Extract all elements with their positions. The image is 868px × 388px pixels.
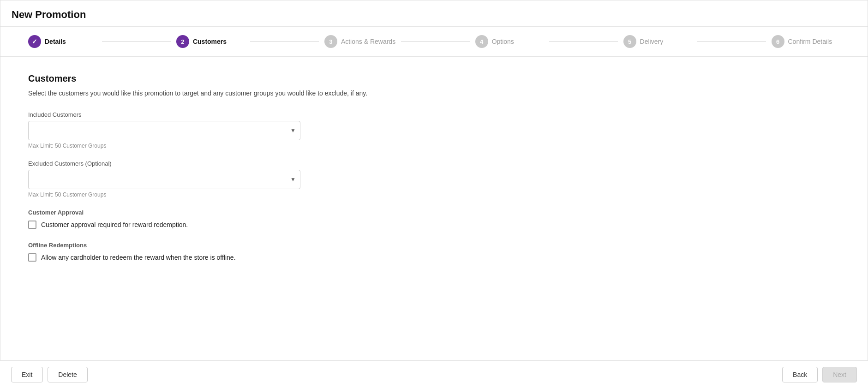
included-customers-group: Included Customers ▼ Max Limit: 50 Custo… <box>28 111 840 149</box>
excluded-customers-hint: Max Limit: 50 Customer Groups <box>28 191 840 198</box>
section-title: Customers <box>28 73 840 84</box>
stepper-bar: ✓ Details 2 Customers 3 Actions & Reward… <box>0 27 868 57</box>
step-circle-details: ✓ <box>28 35 41 48</box>
offline-redemptions-row: Allow any cardholder to redeem the rewar… <box>28 253 840 262</box>
step-customers: 2 Customers <box>176 35 245 48</box>
step-circle-customers: 2 <box>176 35 189 48</box>
step-circle-actions: 3 <box>324 35 337 48</box>
excluded-customers-group: Excluded Customers (Optional) ▼ Max Limi… <box>28 160 840 198</box>
included-customers-hint: Max Limit: 50 Customer Groups <box>28 143 840 149</box>
offline-redemptions-checkbox[interactable] <box>28 253 36 262</box>
page-header: New Promotion <box>0 0 868 27</box>
step-circle-delivery: 5 <box>623 35 636 48</box>
connector-4 <box>549 42 617 42</box>
next-button[interactable]: Next <box>822 367 857 382</box>
offline-redemptions-checkbox-label: Allow any cardholder to redeem the rewar… <box>41 254 236 261</box>
step-details: ✓ Details <box>28 35 96 48</box>
step-label-delivery: Delivery <box>640 38 664 45</box>
excluded-customers-select-wrapper: ▼ <box>28 170 300 189</box>
footer-left: Exit Delete <box>11 367 88 382</box>
step-circle-confirm: 6 <box>772 35 784 48</box>
connector-3 <box>401 42 469 42</box>
exit-button[interactable]: Exit <box>11 367 43 382</box>
connector-5 <box>697 42 766 42</box>
connector-1 <box>102 42 170 42</box>
customer-approval-checkbox-label: Customer approval required for reward re… <box>41 221 188 228</box>
step-options: 4 Options <box>475 35 544 48</box>
step-label-actions: Actions & Rewards <box>341 38 395 45</box>
included-customers-label: Included Customers <box>28 111 840 118</box>
customer-approval-checkbox[interactable] <box>28 221 36 229</box>
offline-redemptions-section: Offline Redemptions Allow any cardholder… <box>28 242 840 262</box>
step-actions-rewards: 3 Actions & Rewards <box>324 35 395 48</box>
connector-2 <box>250 42 318 42</box>
offline-redemptions-label: Offline Redemptions <box>28 242 840 249</box>
section-description: Select the customers you would like this… <box>28 89 840 98</box>
footer-right: Back Next <box>782 367 857 382</box>
delete-button[interactable]: Delete <box>48 367 87 382</box>
step-circle-options: 4 <box>475 35 488 48</box>
excluded-customers-select[interactable] <box>28 170 300 189</box>
page-title: New Promotion <box>12 9 856 21</box>
footer-bar: Exit Delete Back Next <box>0 360 868 388</box>
check-icon: ✓ <box>32 38 37 45</box>
step-label-options: Options <box>492 38 514 45</box>
step-label-customers: Customers <box>193 38 227 45</box>
customer-approval-section: Customer Approval Customer approval requ… <box>28 209 840 229</box>
step-delivery: 5 Delivery <box>623 35 692 48</box>
step-confirm-details: 6 Confirm Details <box>772 35 840 48</box>
included-customers-select-wrapper: ▼ <box>28 121 300 140</box>
customer-approval-label: Customer Approval <box>28 209 840 216</box>
step-label-details: Details <box>45 38 66 45</box>
excluded-customers-label: Excluded Customers (Optional) <box>28 160 840 167</box>
main-content: Customers Select the customers you would… <box>0 57 868 388</box>
included-customers-select[interactable] <box>28 121 300 140</box>
back-button[interactable]: Back <box>782 367 818 382</box>
step-label-confirm: Confirm Details <box>788 38 832 45</box>
customer-approval-row: Customer approval required for reward re… <box>28 221 840 229</box>
